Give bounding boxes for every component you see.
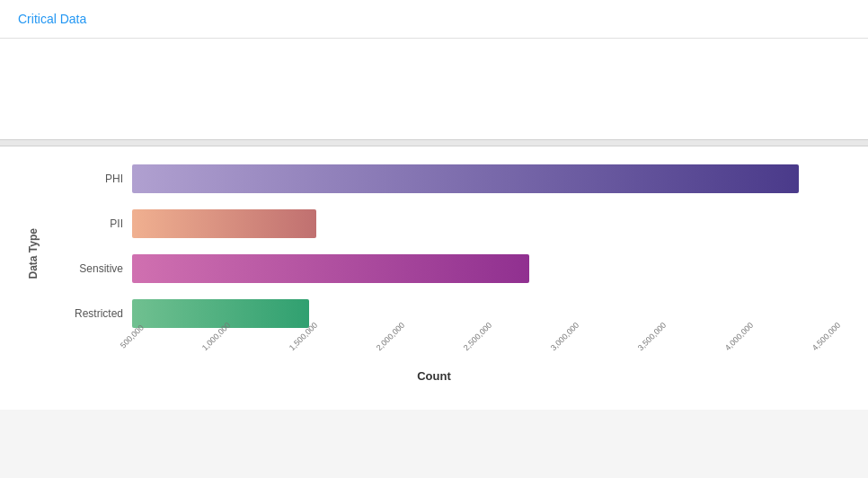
bars-section: PHI PII Sensitive — [47, 164, 841, 328]
top-bar: Critical Data — [0, 0, 868, 39]
bottom-section — [0, 410, 868, 464]
critical-data-link[interactable]: Critical Data — [18, 12, 86, 26]
chart-inner: PHI PII Sensitive — [47, 164, 841, 342]
bar-wrapper-pii — [132, 209, 841, 238]
bar-restricted — [132, 299, 309, 328]
bar-row-restricted: Restricted — [65, 299, 841, 328]
bar-wrapper-sensitive — [132, 254, 841, 283]
x-axis: 500,000 1,000,000 1,500,000 2,000,000 2,… — [47, 333, 841, 342]
bar-wrapper-phi — [132, 164, 841, 193]
x-ticks: 500,000 1,000,000 1,500,000 2,000,000 2,… — [114, 333, 841, 342]
bar-label-phi: PHI — [65, 173, 123, 185]
bar-label-restricted: Restricted — [65, 307, 123, 320]
y-axis-label: Data Type — [27, 228, 40, 279]
bar-row-pii: PII — [65, 209, 841, 238]
bar-row-phi: PHI — [65, 164, 841, 193]
bar-pii — [132, 209, 316, 238]
bar-label-pii: PII — [65, 217, 123, 230]
separator — [0, 139, 868, 146]
bar-sensitive — [132, 254, 529, 283]
chart-container: Data Type PHI PII Sensitive — [27, 164, 841, 342]
bar-label-sensitive: Sensitive — [65, 262, 123, 275]
bar-row-sensitive: Sensitive — [65, 254, 841, 283]
chart-area: Data Type PHI PII Sensitive — [0, 146, 868, 410]
x-axis-label: Count — [417, 369, 451, 383]
top-section: Critical Data — [0, 0, 868, 139]
bar-phi — [132, 164, 799, 193]
